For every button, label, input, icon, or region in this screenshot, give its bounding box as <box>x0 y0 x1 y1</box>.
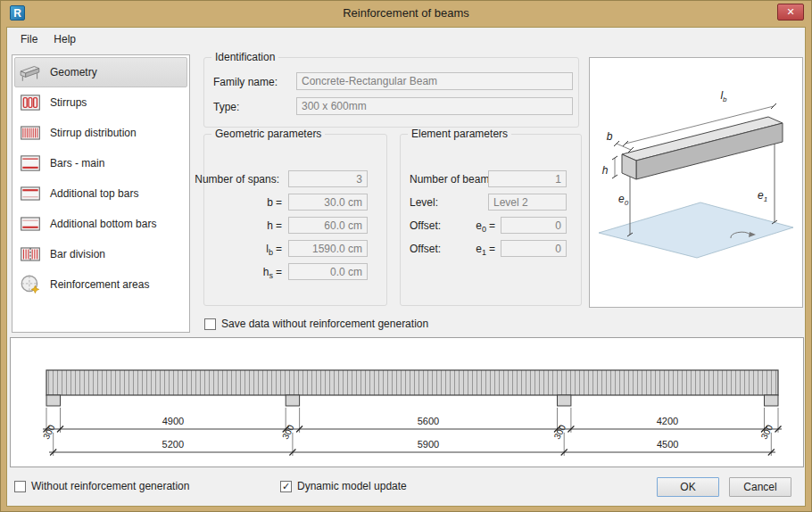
dialog-window: R Reinforcement of beams ✕ File Help Geo… <box>0 0 812 512</box>
sidebar-item-reinforcement-areas[interactable]: Reinforcement areas <box>14 269 187 300</box>
cancel-button[interactable]: Cancel <box>729 477 791 497</box>
save-data-checkbox-label: Save data without reinforcement generati… <box>221 318 428 330</box>
sidebar-item-bar-division[interactable]: Bar division <box>14 239 187 269</box>
sidebar-item-label: Reinforcement areas <box>50 278 149 291</box>
dynamic-model-update-checkbox-box: ✓ <box>280 481 292 492</box>
titlebar[interactable]: R Reinforcement of beams ✕ <box>2 1 810 26</box>
sidebar-item-stirrups[interactable]: Stirrups <box>14 87 187 118</box>
hs-field: 0.0 cm <box>288 263 368 280</box>
save-data-checkbox[interactable]: Save data without reinforcement generati… <box>204 318 428 330</box>
sidebar-item-label: Stirrup distribution <box>50 127 137 139</box>
window-title: Reinforcement of beams <box>2 6 810 20</box>
type-field: 300 x 600mm <box>296 97 573 115</box>
sidebar-item-label: Additional bottom bars <box>50 218 156 230</box>
ok-button[interactable]: OK <box>657 477 719 497</box>
number-of-spans-label: Number of spans: <box>195 173 282 187</box>
without-reinforcement-checkbox[interactable]: Without reinforcement generation <box>14 480 189 492</box>
h-field: 60.0 cm <box>288 217 368 234</box>
preview-e1-label: e1 <box>758 189 767 203</box>
b-label: b= <box>267 196 282 211</box>
geometric-parameters-group: Geometric parameters Number of spans: 3 … <box>203 134 387 306</box>
support-width-label: 300 <box>41 423 57 441</box>
support-width-label: 300 <box>552 423 568 441</box>
b-field: 30.0 cm <box>288 194 368 211</box>
number-of-spans-field: 3 <box>288 170 368 187</box>
span-dimension-label: 4200 <box>657 416 678 426</box>
e0-var-label: e0= <box>476 219 495 234</box>
reinforcement-areas-icon <box>19 273 42 296</box>
sidebar-item-stirrup-distribution[interactable]: Stirrup distribution <box>14 118 187 148</box>
menu-file[interactable]: File <box>12 29 46 49</box>
hs-label: hs= <box>263 266 282 280</box>
sidebar-item-additional-bottom-bars[interactable]: Additional bottom bars <box>14 209 187 239</box>
lb-label: lb= <box>266 243 282 257</box>
stirrups-icon <box>19 91 42 114</box>
identification-group-title: Identification <box>211 51 278 63</box>
close-button[interactable]: ✕ <box>777 4 804 21</box>
sidebar-item-additional-top-bars[interactable]: Additional top bars <box>14 178 187 209</box>
menubar: File Help <box>7 28 805 51</box>
number-of-beams-field: 1 <box>488 170 567 187</box>
identification-group: Identification Family name: Concrete-Rec… <box>203 57 579 128</box>
sidebar-item-label: Bar division <box>50 248 105 260</box>
element-parameters-group: Element parameters Number of beams: 1 Le… <box>400 134 582 306</box>
family-name-field: Concrete-Rectangular Beam <box>296 72 573 90</box>
checkmark-icon: ✓ <box>282 482 290 491</box>
additional-bottom-bars-icon <box>19 212 42 235</box>
bar-division-icon <box>19 243 42 266</box>
support-width-label: 300 <box>280 423 296 441</box>
without-reinforcement-checkbox-label: Without reinforcement generation <box>31 480 189 492</box>
dynamic-model-update-checkbox-label: Dynamic model update <box>297 480 407 492</box>
close-icon: ✕ <box>786 6 794 18</box>
sidebar-item-label: Stirrups <box>50 96 87 109</box>
offset-e1-field: 0 <box>501 240 567 257</box>
sidebar-item-label: Geometry <box>50 66 97 78</box>
support-width-label: 300 <box>759 423 775 441</box>
total-dimension-label: 5900 <box>418 439 439 450</box>
level-field: Level 2 <box>488 194 567 211</box>
element-parameters-title: Element parameters <box>408 128 511 140</box>
save-data-checkbox-box <box>204 318 216 330</box>
beam-geometry-icon <box>19 61 42 84</box>
main-bars-icon <box>19 152 42 175</box>
offset-e0-label: Offset: <box>410 219 441 232</box>
level-label: Level: <box>410 196 438 209</box>
sidebar-item-label: Bars - main <box>50 157 104 169</box>
beam-elevation-panel: 4900 5600 4200 300 300 300 300 <box>10 337 804 467</box>
preview-lb-label: lb <box>720 89 727 103</box>
dialog-client-area: File Help Geometry Stirrups S <box>6 27 806 507</box>
geometric-parameters-title: Geometric parameters <box>211 128 325 140</box>
offset-e0-field: 0 <box>501 217 567 234</box>
span-dimension-label: 4900 <box>162 416 184 426</box>
preview-b-label: b <box>607 130 613 143</box>
sidebar-item-geometry[interactable]: Geometry <box>14 57 187 87</box>
sidebar-item-bars-main[interactable]: Bars - main <box>14 148 187 178</box>
additional-top-bars-icon <box>19 182 42 205</box>
preview-h-label: h <box>602 164 609 177</box>
type-label: Type: <box>213 101 239 113</box>
span-dimension-label: 5600 <box>418 416 439 426</box>
h-label: h= <box>267 219 282 234</box>
beam-elevation-drawing: 4900 5600 4200 300 300 300 300 <box>11 338 803 467</box>
dynamic-model-update-checkbox[interactable]: ✓ Dynamic model update <box>280 480 407 492</box>
number-of-beams-label: Number of beams: <box>410 173 498 186</box>
total-dimension-label: 4500 <box>657 439 678 450</box>
sidebar-item-label: Additional top bars <box>50 187 138 200</box>
beam-preview-panel: lb b h e0 e1 <box>589 57 803 308</box>
lb-field: 1590.0 cm <box>288 240 368 257</box>
preview-e0-label: e0 <box>618 193 629 207</box>
offset-e1-label: Offset: <box>410 243 441 255</box>
beam-3d-sketch: lb b h e0 e1 <box>590 58 802 307</box>
total-dimension-label: 5200 <box>162 439 184 450</box>
without-reinforcement-checkbox-box <box>14 481 26 492</box>
family-name-label: Family name: <box>213 76 278 88</box>
e1-var-label: e1= <box>476 243 495 257</box>
category-list: Geometry Stirrups Stirrup distribution B… <box>12 54 190 333</box>
stirrup-distribution-icon <box>19 121 42 145</box>
menu-help[interactable]: Help <box>46 29 84 49</box>
